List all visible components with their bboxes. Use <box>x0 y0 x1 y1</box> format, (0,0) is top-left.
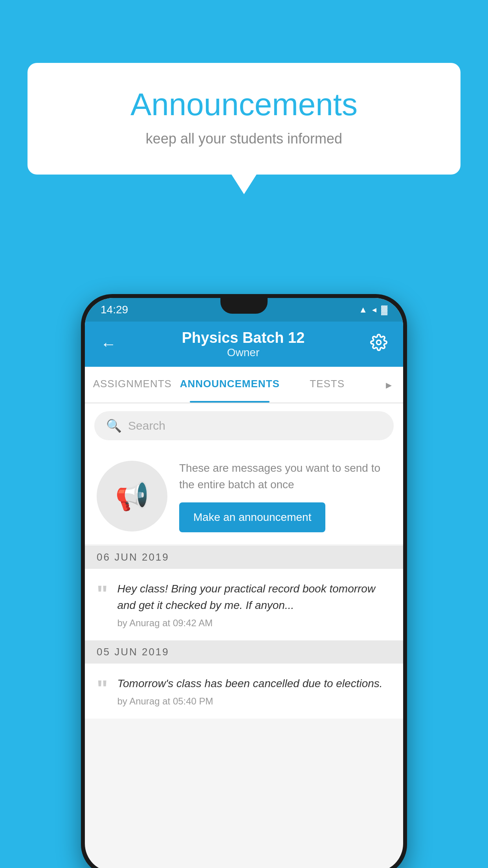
announcement-meta-1: by Anurag at 09:42 AM <box>117 618 391 629</box>
svg-point-0 <box>376 340 381 345</box>
tab-tests[interactable]: TESTS <box>280 367 375 403</box>
notch <box>220 298 268 314</box>
megaphone-icon: 📢 <box>115 480 149 512</box>
status-time: 14:29 <box>101 303 128 316</box>
date-separator-2: 05 JUN 2019 <box>85 640 403 664</box>
tab-assignments[interactable]: ASSIGNMENTS <box>85 367 180 403</box>
status-bar: 14:29 ▲ ◂ ▓ <box>85 298 403 322</box>
search-container: 🔍 Search <box>85 403 403 448</box>
header-center: Physics Batch 12 Owner <box>182 329 305 359</box>
search-placeholder: Search <box>128 419 165 432</box>
search-icon: 🔍 <box>106 418 122 433</box>
speech-bubble: Announcements keep all your students inf… <box>28 63 460 175</box>
settings-icon[interactable] <box>370 334 387 355</box>
wifi-icon: ▲ <box>359 305 367 315</box>
speech-bubble-section: Announcements keep all your students inf… <box>28 63 460 175</box>
battery-icon: ▓ <box>381 305 387 315</box>
back-button[interactable]: ← <box>101 335 116 353</box>
tab-announcements[interactable]: ANNOUNCEMENTS <box>180 367 280 403</box>
header-title: Physics Batch 12 <box>182 329 305 346</box>
make-announcement-button[interactable]: Make an announcement <box>179 502 325 532</box>
speech-bubble-subtitle: keep all your students informed <box>59 131 429 147</box>
tabs-bar: ASSIGNMENTS ANNOUNCEMENTS TESTS ▸ <box>85 367 403 403</box>
announcement-text-1: Hey class! Bring your practical record b… <box>117 581 391 614</box>
promo-content: These are messages you want to send to t… <box>179 460 391 532</box>
phone-frame: 14:29 ▲ ◂ ▓ ← Physics Batch 12 Owner <box>81 294 407 868</box>
header-subtitle: Owner <box>182 346 305 359</box>
search-bar[interactable]: 🔍 Search <box>94 411 394 440</box>
status-icons: ▲ ◂ ▓ <box>359 305 387 315</box>
announcement-content-1: Hey class! Bring your practical record b… <box>117 581 391 629</box>
announcement-item-2: " Tomorrow's class has been cancelled du… <box>85 664 403 719</box>
announcement-content-2: Tomorrow's class has been cancelled due … <box>117 675 391 707</box>
announcement-item-1: " Hey class! Bring your practical record… <box>85 569 403 640</box>
app-header: ← Physics Batch 12 Owner <box>85 322 403 367</box>
promo-section: 📢 These are messages you want to send to… <box>85 448 403 544</box>
phone-screen: 14:29 ▲ ◂ ▓ ← Physics Batch 12 Owner <box>85 298 403 868</box>
speech-bubble-title: Announcements <box>59 86 429 123</box>
quote-icon-1: " <box>97 582 108 606</box>
tab-more[interactable]: ▸ <box>375 367 403 403</box>
signal-icon: ◂ <box>372 305 376 315</box>
announcement-meta-2: by Anurag at 05:40 PM <box>117 696 391 707</box>
announcement-text-2: Tomorrow's class has been cancelled due … <box>117 675 391 692</box>
promo-description: These are messages you want to send to t… <box>179 460 391 493</box>
date-separator-1: 06 JUN 2019 <box>85 546 403 569</box>
promo-icon-circle: 📢 <box>97 461 167 531</box>
quote-icon-2: " <box>97 677 108 701</box>
